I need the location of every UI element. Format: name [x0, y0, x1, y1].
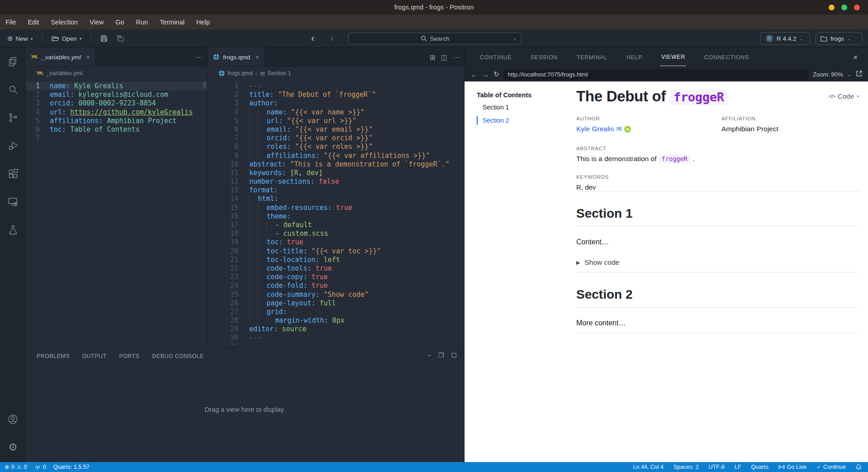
code-line[interactable]: 4url: https://github.com/kyleGrealis — [26, 108, 207, 117]
open-button[interactable]: Open ▾ — [49, 33, 85, 44]
cursor-position-status[interactable]: Ln 44, Col 4 — [633, 464, 664, 470]
tab-frogs-qmd[interactable]: frogs.qmd × — [208, 48, 265, 67]
continue-button[interactable]: ✓ Continue — [816, 464, 846, 470]
problems-status[interactable]: ⊗ 0 ⚠ 0 — [5, 464, 27, 470]
code-line[interactable]: 6 email: "{{< var email >}}" — [208, 125, 464, 134]
extensions-icon[interactable] — [0, 160, 26, 188]
source-control-icon[interactable] — [0, 104, 26, 132]
history-back-button[interactable]: ‹ — [311, 29, 314, 48]
go-live-button[interactable]: Go Live — [778, 464, 806, 470]
code-line[interactable]: 6toc: Table of Contents — [26, 125, 207, 134]
tab-close-icon[interactable]: × — [256, 54, 259, 61]
scrollbar-thumb[interactable] — [203, 81, 206, 88]
encoding-status[interactable]: UTF-8 — [709, 464, 725, 470]
code-line[interactable]: 22 code-tools: true — [208, 264, 464, 273]
more-actions-icon[interactable]: ⋯ — [453, 53, 460, 62]
code-line[interactable]: 16 theme: — [208, 212, 464, 221]
code-line[interactable]: 1name: Kyle Grealis — [26, 82, 207, 91]
panel-maximize-icon[interactable]: ☐ — [451, 352, 457, 359]
viewer-forward-icon[interactable]: → — [482, 71, 489, 78]
show-code-details[interactable]: ▶ Show code — [576, 258, 859, 267]
code-line[interactable]: 2email: kylegrealis@icloud.com — [26, 91, 207, 99]
tab-connections[interactable]: CONNECTIONS — [703, 49, 750, 66]
layout-grid-icon[interactable]: ⊞ — [430, 53, 436, 62]
notifications-bell-icon[interactable] — [856, 464, 862, 470]
tab-variables-yml[interactable]: YML _variables.yml × — [26, 48, 95, 67]
orcid-icon[interactable]: iD — [624, 126, 631, 133]
code-tools-button[interactable]: </> Code ▾ — [829, 92, 859, 100]
tab-viewer[interactable]: VIEWER — [660, 48, 686, 66]
tab-terminal[interactable]: TERMINAL — [576, 49, 608, 66]
viewer-reload-icon[interactable]: ↻ — [493, 70, 499, 78]
code-line[interactable]: 9 affiliations: "{{< var affiliations >}… — [208, 152, 464, 160]
editor-variables-yml[interactable]: 1name: Kyle Grealis2email: kylegrealis@i… — [26, 80, 207, 345]
code-line[interactable]: 28 margin-width: 0px — [208, 316, 464, 325]
editor-frogs-qmd[interactable]: 1---2title: "The Debut of `froggeR`"3aut… — [208, 80, 464, 345]
code-line[interactable]: 12number-sections: false — [208, 177, 464, 186]
new-button[interactable]: ⊕ New ▾ — [5, 33, 36, 44]
tab-help[interactable]: HELP — [626, 49, 643, 66]
code-line[interactable]: 1--- — [208, 82, 464, 91]
menu-run[interactable]: Run — [136, 19, 148, 26]
code-line[interactable]: 19 toc: true — [208, 238, 464, 247]
code-line[interactable]: 4 name: "{{< var name >}}" — [208, 108, 464, 117]
code-line[interactable]: 27 grid: — [208, 308, 464, 316]
code-line[interactable]: 3author: — [208, 99, 464, 108]
explorer-icon[interactable] — [0, 48, 26, 76]
code-line[interactable]: 5 url: "{{< var url >}}" — [208, 117, 464, 125]
language-mode-status[interactable]: Quarto — [751, 464, 768, 470]
quarto-version-status[interactable]: Quarto: 1.5.57 — [53, 464, 90, 470]
code-line[interactable]: 26 page-layout: full — [208, 299, 464, 308]
panel-minimize-icon[interactable]: − — [427, 352, 431, 359]
open-external-icon[interactable] — [856, 70, 863, 79]
tab-ports[interactable]: PORTS — [119, 353, 139, 359]
history-forward-button[interactable]: › — [330, 29, 333, 48]
code-line[interactable]: 17 - default — [208, 221, 464, 229]
code-line[interactable]: 23 code-copy: true — [208, 273, 464, 281]
tab-continue[interactable]: CONTINUE — [479, 49, 512, 66]
window-close-button[interactable] — [854, 5, 860, 10]
code-line[interactable]: 7 — [26, 134, 207, 143]
tab-output[interactable]: OUTPUT — [82, 353, 107, 359]
breadcrumb-right[interactable]: frogs.qmd › ▤ Section 1 — [208, 67, 464, 80]
account-icon[interactable] — [0, 405, 26, 433]
code-line[interactable]: 29editor: source — [208, 325, 464, 334]
run-debug-icon[interactable] — [0, 132, 26, 160]
code-line[interactable]: 10abstract: "This is a demonstration of … — [208, 160, 464, 169]
search-sidebar-icon[interactable] — [0, 76, 26, 104]
window-minimize-button[interactable] — [829, 5, 835, 10]
breadcrumb-left[interactable]: YML _variables.yml — [26, 67, 207, 80]
code-line[interactable]: 21 toc-location: left — [208, 256, 464, 264]
zoom-chevron-icon[interactable]: ⌄ — [848, 72, 851, 77]
indentation-status[interactable]: Spaces: 2 — [674, 464, 699, 470]
tab-close-icon[interactable]: × — [86, 54, 90, 61]
code-line[interactable]: 31 — [208, 343, 464, 345]
code-line[interactable]: 30--- — [208, 334, 464, 342]
menu-edit[interactable]: Edit — [28, 19, 39, 26]
interpreter-selector[interactable]: R R 4.4.2 ⌄ — [760, 32, 810, 45]
split-editor-icon[interactable]: ◫ — [441, 53, 447, 62]
menu-terminal[interactable]: Terminal — [160, 19, 185, 26]
code-line[interactable]: 2title: "The Debut of `froggeR`" — [208, 91, 464, 99]
code-line[interactable]: 13format: — [208, 186, 464, 195]
panel-restore-icon[interactable]: ❐ — [438, 352, 444, 359]
menu-file[interactable]: File — [5, 19, 16, 26]
code-line[interactable]: 5affiliations: Amphibian Project — [26, 117, 207, 125]
toc-item-section-1[interactable]: Section 1 — [477, 103, 572, 112]
viewer-back-icon[interactable]: ← — [471, 71, 478, 78]
save-all-button[interactable] — [114, 33, 127, 44]
ports-status[interactable]: 0 — [34, 464, 46, 470]
menu-selection[interactable]: Selection — [51, 19, 78, 26]
tab-problems[interactable]: PROBLEMS — [37, 353, 70, 359]
code-line[interactable]: 24 code-fold: true — [208, 281, 464, 290]
code-line[interactable]: 7 orcid: "{{< var orcid >}}" — [208, 134, 464, 143]
tab-debug-console[interactable]: DEBUG CONSOLE — [152, 353, 204, 359]
code-line[interactable]: 3orcid: 0000-0002-9223-8854 — [26, 99, 207, 108]
code-line[interactable]: 18 - custom.scss — [208, 229, 464, 238]
author-link[interactable]: Kyle Grealis — [576, 125, 614, 133]
code-line[interactable]: 25 code-summary: "Show code" — [208, 291, 464, 299]
toc-item-section-2[interactable]: Section 2 — [477, 116, 572, 125]
mail-envelope-icon[interactable]: ✉ — [617, 125, 622, 133]
remote-console-icon[interactable] — [0, 188, 26, 216]
panel-close-icon[interactable]: ✕ — [853, 54, 858, 61]
